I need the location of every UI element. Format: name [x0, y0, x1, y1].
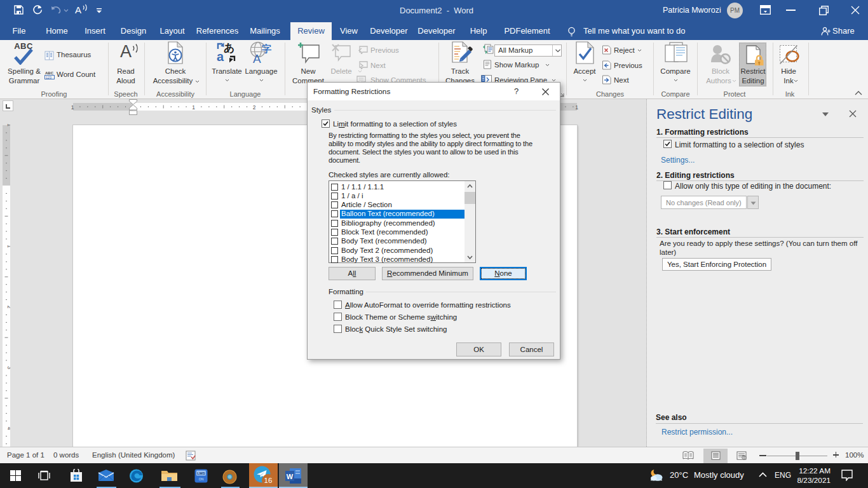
svg-text:あ: あ: [224, 42, 234, 54]
svg-text:a: a: [217, 50, 224, 64]
svg-text:ABC: ABC: [45, 71, 54, 75]
svg-text:W: W: [287, 473, 294, 480]
svg-text:1: 1: [192, 104, 195, 111]
svg-text:4: 4: [6, 427, 10, 430]
svg-text:A: A: [253, 52, 261, 64]
svg-text:123: 123: [46, 76, 51, 79]
svg-text:1: 1: [71, 104, 74, 111]
svg-text:1: 1: [6, 123, 10, 126]
svg-text:1: 1: [6, 245, 10, 248]
svg-text:2: 2: [253, 104, 256, 111]
svg-text:2: 2: [6, 306, 10, 309]
svg-text:3: 3: [6, 366, 10, 369]
svg-text:字: 字: [262, 43, 271, 54]
svg-text:LMS: LMS: [197, 471, 205, 475]
svg-text:ON: ON: [199, 477, 204, 481]
svg-text:1: 1: [575, 104, 578, 111]
